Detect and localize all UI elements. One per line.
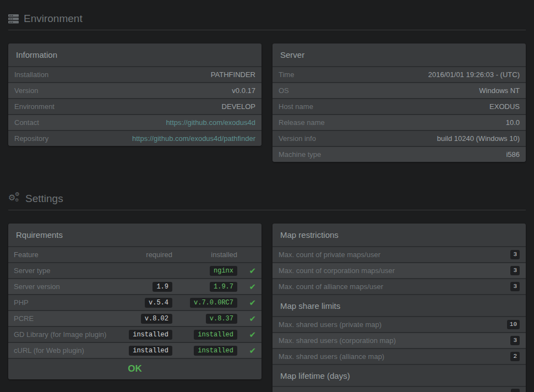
- req-row-server-version: Server version 1.9 1.9.7 ✔: [8, 278, 261, 294]
- information-panel: Information Installation PATHFINDER Vers…: [8, 43, 261, 146]
- information-rows: Installation PATHFINDER Version v0.0.17 …: [8, 66, 261, 146]
- check-icon: ✔: [249, 314, 256, 324]
- row-lifetime-partial: [273, 386, 526, 392]
- environment-panels: Information Installation PATHFINDER Vers…: [8, 43, 526, 162]
- req-row-curl: cURL (for Web plugin) installed installe…: [8, 342, 261, 358]
- settings-section-header: ⚙ ⚙ ⚙ Settings: [8, 192, 526, 205]
- installed-badge: nginx: [210, 266, 237, 276]
- map-share-limit-rows: Max. shared users (private map) 10 Max. …: [273, 316, 526, 364]
- required-badge: v.8.02: [141, 314, 172, 324]
- row-value: build 10240 (Windows 10): [437, 134, 520, 143]
- requirements-panel: Rquirements Feature required installed S…: [8, 224, 261, 379]
- feature-label: PCRE: [14, 314, 107, 323]
- server-panel-title: Server: [273, 43, 526, 66]
- check-icon: ✔: [249, 346, 256, 356]
- feature-label: PHP: [14, 298, 107, 307]
- row-label: Max. shared users (private map): [279, 320, 382, 329]
- row-value: 2016/01/01 19:26:03 - (UTC): [428, 70, 520, 79]
- server-row-release: Release name 10.0: [273, 114, 526, 130]
- contact-link[interactable]: https://github.com/exodus4d: [166, 118, 255, 127]
- required-badge: installed: [129, 330, 172, 340]
- row-label: Max. count of alliance maps/user: [279, 282, 383, 291]
- row-label: Host name: [279, 102, 313, 111]
- check-icon: ✔: [249, 266, 256, 276]
- server-panel: Server Time 2016/01/01 19:26:03 - (UTC) …: [273, 43, 526, 162]
- req-row-gd-library: GD Library (for Image plugin) installed …: [8, 326, 261, 342]
- row-label: Environment: [14, 102, 55, 111]
- row-label: Version info: [279, 134, 316, 143]
- installed-badge: installed: [194, 346, 237, 356]
- row-value: v0.0.17: [232, 86, 255, 95]
- settings-divider: [8, 210, 526, 210]
- check-icon: ✔: [249, 282, 256, 292]
- requirements-table-header: Feature required installed: [8, 246, 261, 262]
- row-shared-private: Max. shared users (private map) 10: [273, 316, 526, 332]
- server-row-machinetype: Machine type i586: [273, 146, 526, 162]
- info-row-installation: Installation PATHFINDER: [8, 66, 261, 82]
- feature-label: Server version: [14, 282, 107, 291]
- installed-badge: v.8.37: [206, 314, 237, 324]
- installed-badge: v.7.0.0RC7: [190, 298, 237, 308]
- gears-icon: ⚙ ⚙ ⚙: [8, 193, 20, 205]
- row-shared-corporation: Max. shared users (corporation map) 3: [273, 332, 526, 348]
- feature-label: GD Library (for Image plugin): [14, 330, 107, 339]
- col-header-installed: installed: [172, 251, 237, 259]
- map-restrictions-rows: Max. count of private maps/user 3 Max. c…: [273, 246, 526, 294]
- req-row-php: PHP v.5.4 v.7.0.0RC7 ✔: [8, 294, 261, 310]
- info-row-version: Version v0.0.17: [8, 82, 261, 98]
- row-label: Release name: [279, 118, 325, 127]
- required-badge: 1.9: [152, 282, 172, 292]
- row-label: Repository: [14, 134, 48, 143]
- col-header-feature: Feature: [14, 251, 107, 259]
- value-badge: 3: [510, 250, 520, 259]
- feature-label: cURL (for Web plugin): [14, 346, 107, 355]
- row-value: i586: [506, 150, 520, 159]
- row-value: Windows NT: [479, 86, 520, 95]
- row-value: DEVELOP: [222, 102, 255, 111]
- server-row-versioninfo: Version info build 10240 (Windows 10): [273, 130, 526, 146]
- page-content: Environment Information Installation PAT…: [0, 12, 534, 392]
- check-icon: ✔: [249, 330, 256, 340]
- environment-section-title: Environment: [24, 13, 83, 25]
- value-badge: 3: [510, 336, 520, 345]
- environment-divider: [8, 30, 526, 30]
- server-rows: Time 2016/01/01 19:26:03 - (UTC) OS Wind…: [273, 66, 526, 162]
- row-corporation-maps: Max. count of corporation maps/user 3: [273, 262, 526, 278]
- gear-small-icon: ⚙: [15, 192, 20, 197]
- col-header-required: required: [107, 251, 172, 259]
- value-badge: 2: [510, 352, 520, 361]
- row-label: Contact: [14, 118, 39, 127]
- server-row-time: Time 2016/01/01 19:26:03 - (UTC): [273, 66, 526, 82]
- row-label: Max. shared users (corporation map): [279, 336, 396, 345]
- map-restrictions-title: Map restrictions: [273, 224, 526, 246]
- server-row-os: OS Windows NT: [273, 82, 526, 98]
- requirements-status: OK: [8, 358, 261, 379]
- feature-label: Server type: [14, 266, 107, 275]
- server-stack-icon: [8, 14, 19, 24]
- map-settings-panel: Map restrictions Max. count of private m…: [273, 224, 526, 392]
- value-badge: 10: [507, 320, 520, 329]
- row-label: Time: [279, 70, 294, 79]
- row-alliance-maps: Max. count of alliance maps/user 3: [273, 278, 526, 294]
- requirements-panel-title: Rquirements: [8, 224, 261, 246]
- gear-tiny-icon: ⚙: [15, 198, 19, 203]
- value-badge: 3: [510, 266, 520, 275]
- settings-panels: Rquirements Feature required installed S…: [8, 224, 526, 392]
- installed-badge: installed: [194, 330, 237, 340]
- row-label: Installation: [14, 70, 48, 79]
- installed-badge: 1.9.7: [210, 282, 237, 292]
- map-lifetime-title: Map lifetime (days): [273, 364, 526, 386]
- row-label: OS: [279, 86, 289, 95]
- repository-link[interactable]: https://github.com/exodus4d/pathfinder: [132, 134, 255, 143]
- row-value: EXODUS: [489, 102, 520, 111]
- info-row-repository: Repository https://github.com/exodus4d/p…: [8, 130, 261, 146]
- information-panel-title: Information: [8, 43, 261, 66]
- row-label: Max. shared users (alliance map): [279, 352, 384, 361]
- value-badge: [511, 389, 520, 392]
- info-row-environment: Environment DEVELOP: [8, 98, 261, 114]
- environment-section-header: Environment: [8, 12, 526, 25]
- row-value: 10.0: [506, 118, 520, 127]
- value-badge: 3: [510, 282, 520, 291]
- required-badge: installed: [129, 346, 172, 356]
- row-label: Max. count of corporation maps/user: [279, 266, 395, 275]
